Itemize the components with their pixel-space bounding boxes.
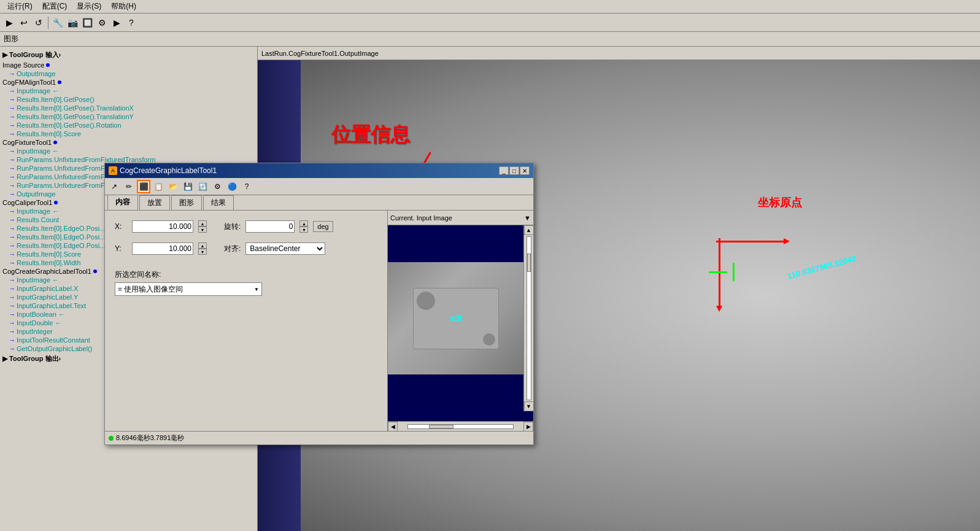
tree-item-fmalign-pose[interactable]: → Results.Item[0].GetPose() (2, 95, 255, 104)
tree-item-image-source[interactable]: Image Source (2, 61, 255, 69)
toolbar-camera-btn[interactable]: 📷 (66, 16, 79, 29)
dot-blue-fixture (53, 141, 57, 144)
tree-item-fmalign-translx[interactable]: → Results.Item[0].GetPose().TranslationX (2, 104, 255, 112)
green-crosshair-h (709, 271, 727, 273)
x-input[interactable]: 10.000 (132, 220, 193, 233)
rotation-spin-up[interactable]: ▲ (299, 220, 308, 227)
toolbar-rect-btn[interactable]: 🔲 (80, 16, 94, 29)
y-spin-up[interactable]: ▲ (198, 242, 207, 249)
menu-help[interactable]: 帮助(H) (106, 0, 141, 13)
menu-view[interactable]: 显示(S) (72, 0, 106, 13)
dialog-icon: A (109, 166, 117, 175)
hscroll-track (407, 424, 514, 429)
shapes-panel-label: 图形 (0, 32, 980, 47)
dialog-tb-help[interactable]: ? (240, 180, 253, 193)
dialog-close-btn[interactable]: ✕ (520, 166, 530, 175)
vscroll-thumb[interactable] (527, 254, 531, 272)
dialog-image-title: Current. Input Image (390, 214, 452, 222)
tab-content[interactable]: 内容 (107, 195, 138, 210)
coord-origin-label: 坐标原点 (758, 195, 802, 210)
y-label: Y: (115, 244, 127, 253)
status-dot (109, 436, 114, 441)
menu-bar: 运行(R) 配置(C) 显示(S) 帮助(H) (0, 0, 980, 14)
toolbar-settings-btn[interactable]: 🔧 (51, 16, 64, 29)
image-top-blue (388, 225, 523, 262)
dialog-image-header: Current. Input Image ▼ (388, 211, 533, 225)
tree-item-cogfixture[interactable]: CogFixtureTool1 (2, 138, 255, 147)
deg-button[interactable]: deg (313, 221, 333, 232)
tree-item-cogfmalign[interactable]: CogFMAlignTool1 (2, 78, 255, 87)
dialog-tb-pointer[interactable]: ↗ (107, 180, 121, 193)
dialog-tb-copy[interactable]: 📋 (152, 180, 165, 193)
image-bottom-blue (388, 374, 523, 411)
tree-item-outputimage1[interactable]: → OutputImage (2, 69, 255, 78)
vscroll-track (527, 236, 531, 400)
coord-space-dropdown[interactable]: = 使用输入图像空间 ▼ (115, 282, 262, 296)
menu-config[interactable]: 配置(C) (37, 0, 72, 13)
x-spin-down[interactable]: ▼ (198, 227, 207, 233)
part-body: 位置 (413, 288, 499, 349)
dialog-tb-settings[interactable]: ⚙ (210, 180, 224, 193)
dot-blue-caliper (54, 201, 58, 204)
dialog-titlebar: A CogCreateGraphicLabelTool1 _ □ ✕ (105, 163, 533, 178)
tree-item-fmalign-input[interactable]: → InputImage ← (2, 87, 255, 95)
menu-run[interactable]: 运行(R) (2, 0, 37, 13)
rotation-input[interactable]: 0 (245, 220, 295, 233)
green-crosshair-v (733, 263, 735, 281)
dialog-tb-edit[interactable]: ✏ (122, 180, 136, 193)
toolbar-undo-btn[interactable]: ↩ (17, 16, 31, 29)
dialog-maximize-btn[interactable]: □ (509, 166, 519, 175)
dialog-vscrollbar: ▲ ▼ (523, 225, 533, 411)
vscroll-down-btn[interactable]: ▼ (524, 401, 534, 411)
dot-blue-image-source (46, 63, 50, 67)
coord-space-section: 所选空间名称: = 使用输入图像空间 ▼ (115, 269, 377, 296)
toolgroup-input-label: ▶ ToolGroup 输入› (2, 49, 255, 61)
dialog-minimize-btn[interactable]: _ (499, 166, 509, 175)
y-spin-down[interactable]: ▼ (198, 249, 207, 255)
rotation-spin-down[interactable]: ▼ (299, 227, 308, 233)
main-toolbar: ▶ ↩ ↺ 🔧 📷 🔲 ⚙ ▶ ? (0, 14, 980, 32)
dialog-toolbar: ↗ ✏ ⬛ 📋 📂 💾 🔃 ⚙ 🔵 ? (105, 178, 533, 195)
dialog-tb-save[interactable]: 💾 (181, 180, 195, 193)
tree-item-fmalign-rotation[interactable]: → Results.Item[0].GetPose().Rotation (2, 121, 255, 130)
tab-results[interactable]: 结果 (203, 195, 234, 210)
toolbar-search-btn[interactable]: ? (125, 16, 138, 29)
toolbar-play-btn[interactable]: ▶ (110, 16, 123, 29)
hscroll-left-btn[interactable]: ◀ (388, 422, 398, 432)
rotation-label: 旋转: (224, 222, 241, 232)
part-hole2 (483, 333, 495, 346)
coord-space-label: 所选空间名称: (115, 269, 377, 280)
tree-item-fixture-input[interactable]: → InputImage ← (2, 147, 255, 155)
dialog-right-panel: Current. Input Image ▼ 位置 (387, 211, 533, 431)
image-bar-text: LastRun.CogFixtureTool1.OutputImage (261, 50, 379, 57)
alignment-select[interactable]: BaselineCenter (245, 242, 325, 255)
dialog-tb-refresh[interactable]: 🔃 (196, 180, 209, 193)
dialog-image-body: 位置 ▲ ▼ (388, 225, 533, 421)
status-text: 8.6946毫秒3.7891毫秒 (116, 433, 184, 443)
dialog-image-dropdown-arrow[interactable]: ▼ (524, 214, 531, 222)
dialog-tb-open[interactable]: 📂 (166, 180, 180, 193)
rotation-spinner: ▲ ▼ (299, 220, 308, 233)
x-spin-up[interactable]: ▲ (198, 220, 207, 227)
tree-item-fmalign-score[interactable]: → Results.Item[0].Score (2, 130, 255, 138)
alignment-label: 对齐: (224, 244, 241, 254)
position-text-overlay: 位置信息 (331, 122, 410, 149)
tab-placement[interactable]: 放置 (139, 195, 170, 210)
coord-arrow-right (716, 238, 790, 244)
dialog-tb-rect[interactable]: ⬛ (137, 180, 150, 193)
toolbar-gear-btn[interactable]: ⚙ (95, 16, 109, 29)
toolbar-refresh-btn[interactable]: ↺ (32, 16, 45, 29)
y-input[interactable]: 10.000 (132, 242, 193, 255)
toolbar-sep1 (48, 17, 48, 29)
dot-blue-createlabel (93, 269, 97, 273)
toolbar-run-btn[interactable]: ▶ (2, 16, 16, 29)
hscroll-right-btn[interactable]: ▶ (523, 422, 533, 432)
vscroll-up-btn[interactable]: ▲ (524, 225, 534, 235)
tab-graphics[interactable]: 图形 (171, 195, 202, 210)
dialog-statusbar: 8.6946毫秒3.7891毫秒 (105, 431, 533, 444)
tree-item-fmalign-transly[interactable]: → Results.Item[0].GetPose().TranslationY (2, 112, 255, 121)
x-label: X: (115, 222, 127, 231)
dialog-tb-circle[interactable]: 🔵 (225, 180, 239, 193)
part-hole1 (417, 292, 435, 310)
hscroll-thumb[interactable] (429, 425, 453, 428)
